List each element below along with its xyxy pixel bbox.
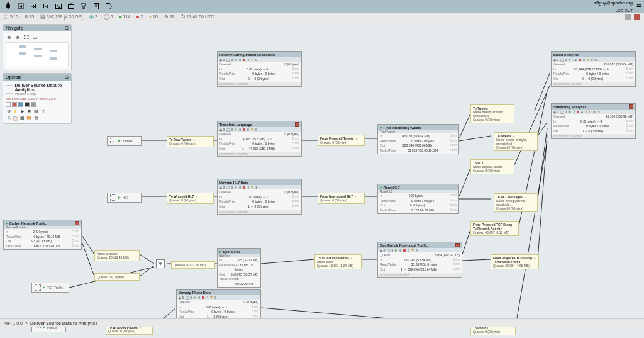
conn-hl7-messages[interactable]: To HL7 Messages▸Name hypoglycemia, metab… <box>494 193 538 212</box>
navigate-panel: Navigate⊟ ⊕ ⊖ ⛶ ▭ <box>3 24 72 70</box>
color-blue[interactable] <box>18 102 23 107</box>
template-icon[interactable]: ▤ <box>33 108 39 114</box>
operate-title: Operate <box>6 75 21 79</box>
bulletin-icon[interactable] <box>75 221 79 225</box>
bulletin-icon[interactable] <box>629 104 633 109</box>
bulletin-icon[interactable] <box>634 14 640 20</box>
svg-rect-2 <box>43 4 44 8</box>
color-black[interactable] <box>25 102 30 107</box>
zoom-actual-icon[interactable]: ▭ <box>32 34 38 40</box>
breadcrumb: NiFi 1.0.0 » Deliver Source Data to Anal… <box>0 318 644 327</box>
template-icon[interactable] <box>91 1 102 11</box>
upload-icon[interactable]: ⇧ <box>40 108 46 114</box>
breadcrumb-current[interactable]: Deliver Source Data to Analytics <box>30 321 98 325</box>
pg-uuid: dc5fa29d-0156-1000-fff-ff95c4f214d <box>6 97 69 101</box>
settings-icon[interactable]: ⚙ <box>6 108 11 114</box>
user-label: nifiguy@apache.org <box>593 1 632 5</box>
processor-split-lines[interactable]: Split Lines SplitText In95 (33.17 MB) Re… <box>217 248 261 288</box>
pg-type: Process Group <box>15 92 69 96</box>
conn-prepared-tweets[interactable]: From Prepared Tweets▸Queued 0 (0 bytes) <box>318 135 365 146</box>
conn-to-tweets1[interactable]: To TweetsName health, analytic, unmatche… <box>470 104 514 123</box>
copy-icon[interactable]: ⎘ <box>6 115 11 121</box>
running-icon <box>119 16 122 18</box>
svg-rect-1 <box>35 4 36 8</box>
pg-name: Deliver Source Data to Analytics <box>15 83 69 92</box>
conn-to-tweets2[interactable]: To Tweets▸Name health, analytic, unmatch… <box>494 132 538 151</box>
birdseye-view[interactable] <box>6 42 69 67</box>
queued-icon: ▤ <box>40 14 45 20</box>
conn-unwrapped-hl7[interactable]: From Unwrapped HL7▸Queued 0 (0 bytes) <box>318 193 365 204</box>
color-icon[interactable]: 🎨 <box>26 115 32 121</box>
processor-gather-network-traffic[interactable]: Gather Network Traffic ExecuteProcess In… <box>3 220 82 250</box>
conn-to-hl7[interactable]: To HL7Name original, failureQueued 0 (0 … <box>470 159 514 174</box>
group-icon[interactable]: ▦ <box>19 115 25 121</box>
collapse-icon[interactable]: ⊟ <box>65 75 69 80</box>
conn-q49[interactable]: Queued 49 (33.26 MB) <box>171 261 215 269</box>
search-icon[interactable] <box>625 14 631 20</box>
breadcrumb-root[interactable]: NiFi 1.0.0 <box>4 321 23 325</box>
stopped-icon <box>136 16 139 18</box>
conn-from-prep-tcp[interactable]: From Prepared TCP DumpTo Network Activit… <box>470 221 519 236</box>
port-tcp-traffic[interactable]: →TCP Traffic <box>31 283 69 293</box>
status-bar: ⬚5 / 5 ≡75 ▤397,139 (4.36 GB) ◉2 ◯0 114 … <box>0 13 644 21</box>
svg-rect-4 <box>57 5 58 6</box>
transmitting-icon: ◉ <box>89 14 94 20</box>
refresh-icon: ↻ <box>181 14 186 20</box>
paste-icon[interactable]: 📋 <box>13 115 18 121</box>
menu-icon[interactable]: ≡ <box>636 2 641 11</box>
processor-route-hl7[interactable]: RouteHL7 RouteHL7 In0 (0 bytes)5 min Rea… <box>377 184 459 214</box>
funnel-icon[interactable] <box>78 1 89 11</box>
process-group-icon <box>6 85 13 94</box>
conn-q0[interactable]: Queued 0 (0 bytes) <box>94 273 140 281</box>
operate-panel: Operate⊟ Deliver Source Data to Analytic… <box>3 73 72 124</box>
not-transmitting-icon: ◯ <box>104 14 109 20</box>
zoom-fit-icon[interactable]: ⛶ <box>23 34 30 40</box>
threads-icon: ≡ <box>25 14 28 20</box>
processor-streaming-analytics[interactable]: Streaming Analytics ◉ 0◯ 0240⊘ 15 Queued… <box>551 103 636 139</box>
processor-geo-enrich[interactable]: Geo Enrich Non-Local Traffic ◉ 0◯ 0604 Q… <box>377 242 462 278</box>
port-hl7[interactable]: →HL7 <box>107 193 142 203</box>
input-port-icon[interactable] <box>28 1 39 11</box>
conn-raw-tweets[interactable]: To Raw Tweets▸Queued 0 (0 bytes) <box>167 136 214 147</box>
remote-process-group-icon[interactable] <box>65 1 77 11</box>
conn-success[interactable]: Name successQueued 20 (16.45 MB) <box>94 250 140 261</box>
label-icon[interactable] <box>103 1 114 11</box>
logout-link[interactable]: LOG OUT <box>616 9 633 13</box>
color-red[interactable] <box>12 102 17 107</box>
cluster-icon: ⬚ <box>4 14 9 20</box>
zoom-out-icon[interactable]: ⊖ <box>14 34 21 40</box>
color-white[interactable] <box>6 102 11 107</box>
collapse-icon[interactable]: ⊟ <box>65 26 69 31</box>
conn-tcp-dump[interactable]: To TCP Dump Entries▸Name splitsQueued 13… <box>314 254 362 269</box>
svg-rect-5 <box>59 7 61 8</box>
start-icon[interactable]: ▶ <box>19 108 25 114</box>
processor-unwrap-hl7[interactable]: Unwrap HL7 Data ◉ 0◯ 0041 Queued0 (0 byt… <box>217 179 302 215</box>
nifi-logo-icon <box>3 1 14 12</box>
process-group-icon[interactable] <box>53 1 64 11</box>
processor-icon[interactable] <box>15 1 26 11</box>
output-port-icon[interactable] <box>40 1 52 11</box>
connections-layer <box>0 21 644 327</box>
funnel-1[interactable]: ▼ <box>156 259 165 268</box>
toolbar: nifiguy@apache.org LOG OUT ≡ <box>0 0 644 13</box>
conn-from-prep-tcp2[interactable]: From Prepared TCP Dump▸To Network Traffi… <box>491 254 539 269</box>
processor-translate-language[interactable]: Translate Language ◉ 0◯ 0050 Queued0 (0 … <box>217 121 302 157</box>
port-tweets[interactable]: →Tweets <box>107 136 142 146</box>
bulletin-icon[interactable] <box>455 243 460 247</box>
enable-icon[interactable]: ⚡ <box>13 108 18 114</box>
flow-canvas[interactable]: Receive Configuration Resources ◉ 0◯ 004… <box>0 21 644 327</box>
stop-icon[interactable]: ■ <box>26 108 32 114</box>
processor-receive-config[interactable]: Receive Configuration Resources ◉ 0◯ 004… <box>217 51 302 87</box>
svg-rect-6 <box>69 5 74 9</box>
invalid-icon <box>149 16 152 18</box>
zoom-in-icon[interactable]: ⊕ <box>6 34 12 40</box>
disabled-icon: ⊘ <box>164 14 169 20</box>
processor-batch-analytics[interactable]: Batch Analytics ◉ 0◯ 01300⊘ 7 Queued216,… <box>551 51 636 87</box>
svg-rect-3 <box>56 4 62 9</box>
processor-find-interesting-tweets[interactable]: Find interesting tweets Find Tweets In93… <box>377 124 459 154</box>
delete-icon[interactable]: 🗑 <box>33 115 39 121</box>
conn-wrapped-hl7[interactable]: To Wrapped HL7▸Queued 0 (0 bytes) <box>167 193 214 204</box>
navigate-title: Navigate <box>6 26 23 30</box>
bulletin-icon[interactable] <box>295 122 299 127</box>
color-gray[interactable] <box>31 102 36 107</box>
